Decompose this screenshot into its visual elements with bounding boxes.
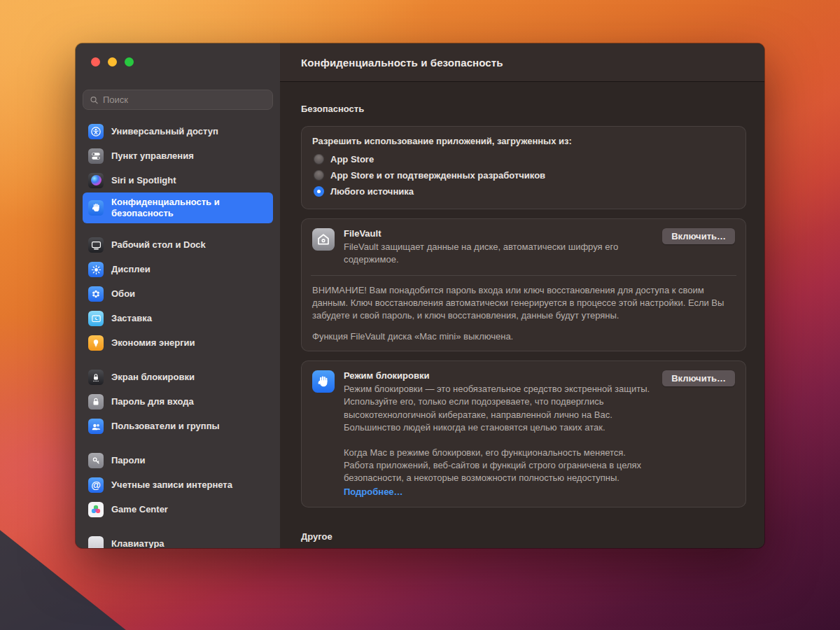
sidebar-item-label: Game Center bbox=[111, 504, 168, 515]
radio-option-label: App Store и от подтвержденных разработчи… bbox=[330, 170, 545, 181]
divider bbox=[311, 275, 736, 276]
sidebar-item-login-password[interactable]: Пароль для входа bbox=[83, 390, 273, 414]
sidebar-item-label: Дисплеи bbox=[111, 264, 150, 275]
sidebar-item-label: Экономия энергии bbox=[111, 337, 195, 349]
sidebar-item-label: Универсальный доступ bbox=[111, 126, 218, 137]
sidebar-item-screensaver[interactable]: Заставка bbox=[83, 307, 273, 331]
filevault-card: FileVault FileVault защищает данные на д… bbox=[301, 218, 746, 351]
lockdown-hand-icon bbox=[312, 370, 335, 393]
lockdown-description-1: Режим блокировки — это необязательное ср… bbox=[344, 383, 653, 434]
minimize-button[interactable] bbox=[108, 57, 117, 66]
radio-button-selected[interactable] bbox=[314, 186, 324, 197]
system-settings-window: Универсальный доступ Пункт управления bbox=[76, 43, 764, 548]
lockdown-title: Режим блокировки bbox=[344, 370, 653, 381]
filevault-icon bbox=[312, 228, 335, 251]
radio-option-identified-developers[interactable]: App Store и от подтвержденных разработчи… bbox=[312, 167, 735, 183]
privacy-hand-icon bbox=[88, 200, 104, 216]
sidebar-item-internet-accounts[interactable]: @ Учетные записи интернета bbox=[83, 473, 273, 498]
radio-option-label: Любого источника bbox=[330, 186, 414, 197]
keyboard-icon bbox=[88, 536, 104, 548]
login-password-icon bbox=[88, 394, 104, 410]
key-icon bbox=[88, 453, 104, 468]
desktop-dock-icon bbox=[88, 237, 104, 253]
energy-bulb-icon bbox=[88, 335, 104, 351]
settings-scroll-area[interactable]: Безопасность Разрешить использование при… bbox=[280, 82, 764, 548]
traffic-lights bbox=[91, 57, 134, 66]
lockdown-enable-button[interactable]: Включить… bbox=[662, 370, 735, 386]
sidebar-item-displays[interactable]: Дисплеи bbox=[83, 258, 273, 282]
screensaver-icon bbox=[88, 311, 104, 326]
search-icon bbox=[90, 95, 99, 105]
lockdown-description-2: Когда Mac в режиме блокировки, его функц… bbox=[344, 447, 653, 485]
sidebar-item-label: Обои bbox=[111, 288, 135, 300]
radio-button[interactable] bbox=[314, 170, 324, 181]
sidebar-item-wallpaper[interactable]: Обои bbox=[83, 282, 273, 307]
sidebar-item-label: Клавиатура bbox=[111, 538, 164, 548]
sidebar-item-keyboard[interactable]: Клавиатура bbox=[83, 532, 273, 548]
sidebar-item-label: Пароль для входа bbox=[111, 396, 194, 407]
at-sign-icon: @ bbox=[88, 477, 104, 493]
window-titlebar[interactable] bbox=[76, 43, 280, 82]
sidebar-item-desktop-dock[interactable]: Рабочий стол и Dock bbox=[83, 233, 273, 258]
sidebar-item-label: Конфиденциальность и безопасность bbox=[111, 197, 267, 219]
accessibility-icon bbox=[88, 124, 104, 139]
lock-screen-icon bbox=[88, 370, 104, 385]
game-center-icon bbox=[88, 502, 104, 517]
zoom-button[interactable] bbox=[125, 57, 134, 66]
allow-apps-label: Разрешить использование приложений, загр… bbox=[312, 136, 735, 146]
filevault-enable-button[interactable]: Включить… bbox=[662, 228, 735, 244]
radio-option-anywhere[interactable]: Любого источника bbox=[312, 183, 735, 200]
search-input[interactable] bbox=[103, 94, 266, 105]
sidebar-item-label: Пароли bbox=[111, 455, 145, 466]
sidebar-item-accessibility[interactable]: Универсальный доступ bbox=[83, 119, 273, 144]
sidebar-item-label: Заставка bbox=[111, 313, 152, 324]
filevault-description: FileVault защищает данные на диске, авто… bbox=[344, 241, 653, 266]
content-header: Конфиденциальность и безопасность bbox=[280, 43, 764, 82]
users-groups-icon bbox=[88, 419, 104, 434]
sidebar-item-label: Siri и Spotlight bbox=[111, 175, 176, 186]
sidebar-item-label: Учетные записи интернета bbox=[111, 479, 232, 491]
other-section-heading: Другое bbox=[301, 531, 746, 542]
siri-icon bbox=[88, 173, 104, 188]
sidebar-item-control-center[interactable]: Пункт управления bbox=[83, 144, 273, 168]
filevault-status: Функция FileVault диска «Mac mini» выклю… bbox=[312, 331, 735, 342]
security-section-heading: Безопасность bbox=[301, 104, 746, 114]
filevault-warning: ВНИМАНИЕ! Вам понадобится пароль входа и… bbox=[312, 284, 735, 322]
filevault-title: FileVault bbox=[344, 228, 653, 239]
display-sun-icon bbox=[88, 262, 104, 277]
sidebar-item-passwords[interactable]: Пароли bbox=[83, 449, 273, 473]
page-title: Конфиденциальность и безопасность bbox=[301, 57, 503, 69]
lockdown-mode-card: Режим блокировки Режим блокировки — это … bbox=[301, 360, 746, 507]
search-field[interactable] bbox=[83, 90, 273, 110]
sidebar-item-users-groups[interactable]: Пользователи и группы bbox=[83, 414, 273, 439]
radio-option-app-store[interactable]: App Store bbox=[312, 151, 735, 167]
sidebar-item-privacy-security[interactable]: Конфиденциальность и безопасность bbox=[83, 192, 273, 223]
sidebar-item-energy-saver[interactable]: Экономия энергии bbox=[83, 331, 273, 356]
sidebar-item-label: Рабочий стол и Dock bbox=[111, 239, 206, 251]
lockdown-more-link[interactable]: Подробнее… bbox=[344, 486, 403, 497]
sidebar-item-lock-screen[interactable]: Экран блокировки bbox=[83, 365, 273, 390]
sidebar: Универсальный доступ Пункт управления bbox=[76, 43, 280, 548]
allow-apps-card: Разрешить использование приложений, загр… bbox=[301, 126, 746, 209]
radio-option-label: App Store bbox=[330, 154, 374, 164]
control-center-icon bbox=[88, 148, 104, 164]
main-content: Конфиденциальность и безопасность Безопа… bbox=[280, 43, 764, 548]
sidebar-item-siri[interactable]: Siri и Spotlight bbox=[83, 168, 273, 192]
sidebar-nav: Универсальный доступ Пункт управления bbox=[76, 110, 280, 548]
sidebar-item-label: Пункт управления bbox=[111, 150, 194, 162]
close-button[interactable] bbox=[91, 57, 100, 66]
radio-button[interactable] bbox=[314, 154, 324, 164]
sidebar-item-label: Пользователи и группы bbox=[111, 421, 220, 432]
sidebar-item-game-center[interactable]: Game Center bbox=[83, 498, 273, 522]
sidebar-item-label: Экран блокировки bbox=[111, 372, 195, 383]
wallpaper-flower-icon bbox=[88, 286, 104, 302]
